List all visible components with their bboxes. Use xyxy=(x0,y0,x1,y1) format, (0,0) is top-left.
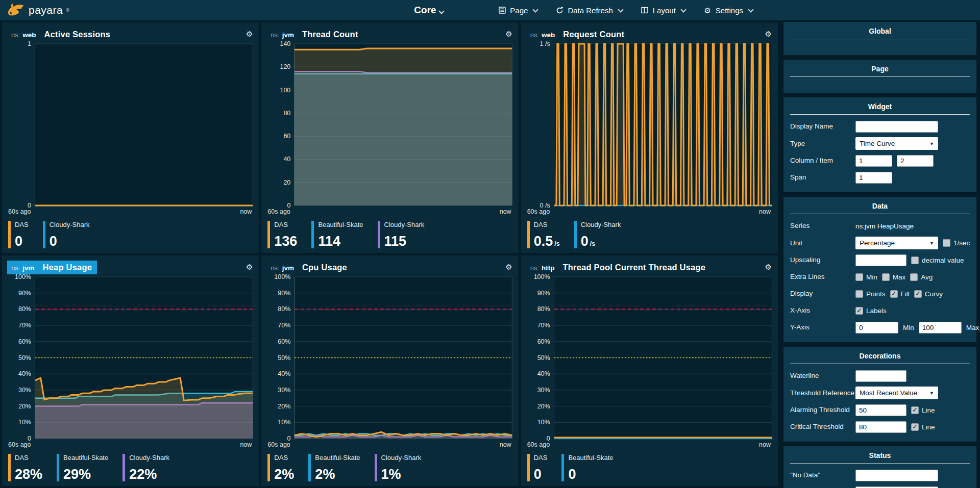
chart-plot xyxy=(35,277,253,439)
legend-item-beautiful-skate: Beautiful-Skate29% xyxy=(57,454,108,481)
column-item-input-2[interactable] xyxy=(897,155,934,167)
widget-title-group[interactable]: ns:webActive Sessions xyxy=(7,28,115,41)
legend-series-name: Beautiful-Skate xyxy=(568,454,613,461)
column-item-input[interactable] xyxy=(855,155,892,167)
decimal-value-checkbox[interactable]: decimal value xyxy=(911,256,964,264)
page-title-dropdown[interactable]: Core xyxy=(414,5,436,15)
chart xyxy=(554,277,772,439)
line-checkbox[interactable]: ✓Line xyxy=(911,406,935,414)
y-tick-label: 0 xyxy=(547,435,550,442)
span-input[interactable] xyxy=(855,172,892,184)
fill-checkbox[interactable]: ✓Fill xyxy=(890,290,910,298)
labels-checkbox[interactable]: ✓Labels xyxy=(855,307,887,315)
widget-thread-pool-current-thread-usage[interactable]: ns:httpThread Pool Current Thread Usage⚙… xyxy=(521,255,778,486)
x-axis-start-label: 60s ago xyxy=(527,208,550,217)
widget-heap-usage[interactable]: ns:jvmHeap Usage⚙100%90%80%70%60%50%40%3… xyxy=(2,255,259,486)
widget-settings-icon[interactable]: ⚙ xyxy=(505,30,512,39)
namespace-value: web xyxy=(22,31,36,39)
widget-title-group[interactable]: ns:webRequest Count xyxy=(526,28,630,41)
menu-page[interactable]: Page xyxy=(498,6,537,15)
y-tick-label: 50% xyxy=(278,354,290,362)
widget-title-group[interactable]: ns:httpThread Pool Current Thread Usage xyxy=(526,261,710,274)
type-select[interactable]: Time Curve▼ xyxy=(855,137,938,150)
settings-controls: ✓Labels xyxy=(855,307,970,315)
settings-row-y-axis: Y-AxisMinMax xyxy=(790,321,970,333)
checkbox-box xyxy=(882,273,890,281)
settings-label: Span xyxy=(790,173,855,182)
legend-series-value: 0/s xyxy=(581,235,621,248)
settings-row-series: Seriesns:jvm HeapUsage xyxy=(790,220,970,232)
checkbox-label: Fill xyxy=(901,290,910,298)
y-tick-label: 10% xyxy=(18,419,31,426)
display-name-input[interactable] xyxy=(855,121,938,133)
y-axis-input[interactable] xyxy=(855,322,898,333)
avg-checkbox[interactable]: Avg xyxy=(910,273,933,281)
settings-label: Y-Axis xyxy=(790,323,855,332)
widget-thread-count[interactable]: ns:jvmThread Count⚙14012010080604020060s… xyxy=(261,22,518,253)
threshold-reference-select[interactable]: Most Recent Value▼ xyxy=(855,387,938,399)
widget-cpu-usage[interactable]: ns:jvmCpu Usage⚙100%90%80%70%60%50%40%30… xyxy=(261,255,518,486)
legend-series-value: 22% xyxy=(129,468,169,481)
namespace-value: jvm xyxy=(22,264,34,272)
widget-settings-icon[interactable]: ⚙ xyxy=(246,30,253,39)
widget-title-group[interactable]: ns:jvmCpu Usage xyxy=(266,261,352,274)
widget-request-count[interactable]: ns:webRequest Count⚙1 /s0 /s60s agonowDA… xyxy=(521,22,778,253)
waterline-input[interactable] xyxy=(855,370,906,382)
settings-sidebar: GlobalPageWidgetDisplay NameTypeTime Cur… xyxy=(780,20,980,488)
checkbox-label: Line xyxy=(922,406,935,414)
y-tick-label: 0 xyxy=(28,202,31,209)
widget-settings-icon[interactable]: ⚙ xyxy=(505,263,512,272)
alarming-threshold-input[interactable] xyxy=(855,404,906,416)
checkbox-box xyxy=(910,273,918,281)
settings-controls: MinMaxAvg xyxy=(855,273,970,281)
legend-series-value: 136 xyxy=(274,235,297,248)
chart xyxy=(295,44,512,206)
widget-title: Cpu Usage xyxy=(302,263,347,272)
1-sec-checkbox[interactable]: 1/sec xyxy=(943,239,970,247)
legend-item-beautiful-skate: Beautiful-Skate0 xyxy=(561,454,613,481)
widget-settings-icon[interactable]: ⚙ xyxy=(765,263,772,272)
critical-threshold-input[interactable] xyxy=(855,421,906,433)
chevron-down-icon xyxy=(533,7,538,12)
y-axis-input-3[interactable] xyxy=(919,322,962,333)
widget-title-group[interactable]: ns:jvmHeap Usage xyxy=(7,261,97,274)
settings-controls xyxy=(855,155,970,167)
points-checkbox[interactable]: Points xyxy=(855,290,886,298)
checkbox-label: 1/sec xyxy=(953,239,970,247)
section-title: Page xyxy=(790,65,970,77)
chevron-down-icon xyxy=(680,7,686,12)
x-axis-row: 60s agonow xyxy=(526,206,772,217)
chart-area: 100%90%80%70%60%50%40%30%20%10%0 xyxy=(526,277,772,439)
widget-settings-icon[interactable]: ⚙ xyxy=(765,30,772,39)
alaraming-input[interactable] xyxy=(855,486,938,488)
line-checkbox[interactable]: ✓Line xyxy=(911,423,935,431)
upscaling-input[interactable] xyxy=(855,254,906,266)
legend-series-value: 0 xyxy=(15,235,29,248)
y-tick-label: 10% xyxy=(537,419,550,426)
curvy-checkbox[interactable]: ✓Curvy xyxy=(914,290,943,298)
widget-settings-icon[interactable]: ⚙ xyxy=(246,263,253,272)
namespace-prefix: ns: xyxy=(530,31,539,39)
settings-label: Series xyxy=(790,221,855,230)
legend: DAS0Cloudy-Shark0 xyxy=(7,217,253,250)
max-checkbox[interactable]: Max xyxy=(882,273,906,281)
widget-title-group[interactable]: ns:jvmThread Count xyxy=(266,28,363,41)
settings-row-threshold-reference: Threshold ReferenceMost Recent Value▼ xyxy=(790,387,970,399)
min-checkbox[interactable]: Min xyxy=(855,273,877,281)
widget-active-sessions[interactable]: ns:webActive Sessions⚙1060s agonowDAS0Cl… xyxy=(2,22,259,253)
menu-data-refresh[interactable]: Data Refresh xyxy=(556,6,622,15)
sidebar-section-page: Page xyxy=(783,60,976,93)
chart-plot xyxy=(294,277,512,439)
namespace-prefix: ns: xyxy=(11,264,20,272)
chart-plot xyxy=(554,277,772,439)
x-axis-end-label: now xyxy=(500,441,511,450)
settings-row-type: TypeTime Curve▼ xyxy=(790,137,970,150)
settings-row-display: DisplayPoints✓Fill✓Curvy xyxy=(790,288,970,300)
no-data-input[interactable] xyxy=(855,470,938,481)
legend-series-value: 1% xyxy=(381,468,422,481)
menu-layout[interactable]: Layout xyxy=(641,6,685,15)
x-axis-end-label: now xyxy=(500,208,511,217)
unit-select[interactable]: Percentage▼ xyxy=(855,237,938,249)
menu-settings[interactable]: ⚙Settings xyxy=(704,6,753,15)
chart-area: 1 /s0 /s xyxy=(526,44,772,206)
